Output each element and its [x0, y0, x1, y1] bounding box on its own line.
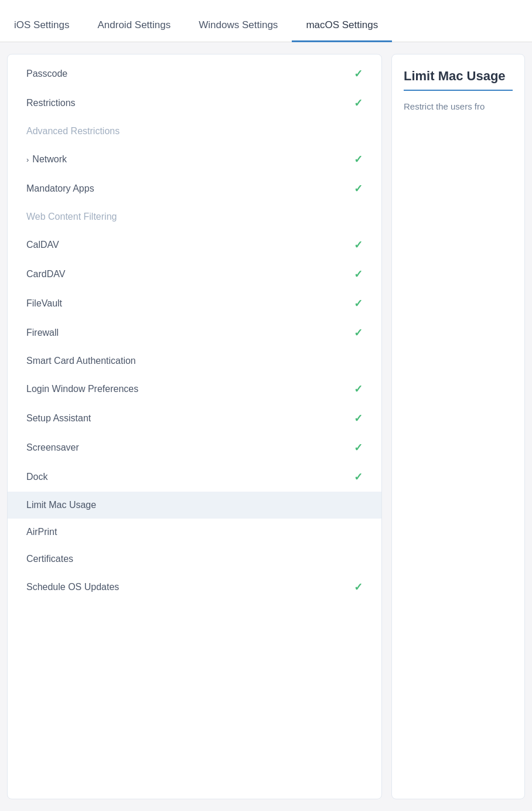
tab-android-settings[interactable]: Android Settings — [84, 10, 185, 42]
menu-item-label: Mandatory Apps — [26, 183, 94, 194]
check-icon: ✓ — [354, 297, 363, 310]
menu-item-web-content-filtering[interactable]: Web Content Filtering — [8, 203, 381, 230]
menu-item-label: ›Network — [26, 154, 67, 165]
menu-item-passcode[interactable]: Passcode✓ — [8, 59, 381, 88]
menu-item-smart-card-authentication[interactable]: Smart Card Authentication — [8, 347, 381, 374]
menu-item-airprint[interactable]: AirPrint — [8, 519, 381, 546]
menu-item-mandatory-apps[interactable]: Mandatory Apps✓ — [8, 174, 381, 203]
menu-item-label: CardDAV — [26, 269, 65, 280]
menu-item-label: AirPrint — [26, 527, 57, 537]
tab-bar: iOS SettingsAndroid SettingsWindows Sett… — [0, 0, 532, 42]
menu-item-label: Limit Mac Usage — [26, 500, 96, 510]
menu-item-certificates[interactable]: Certificates — [8, 546, 381, 573]
menu-item-advanced-restrictions[interactable]: Advanced Restrictions — [8, 118, 381, 145]
right-panel: Limit Mac Usage Restrict the users fro — [391, 54, 525, 799]
menu-item-login-window-preferences[interactable]: Login Window Preferences✓ — [8, 374, 381, 404]
left-panel: Passcode✓Restrictions✓Advanced Restricti… — [7, 54, 382, 799]
menu-item-firewall[interactable]: Firewall✓ — [8, 318, 381, 347]
menu-item-schedule-os-updates[interactable]: Schedule OS Updates✓ — [8, 573, 381, 602]
menu-item-label: Screensaver — [26, 442, 79, 453]
menu-item-restrictions[interactable]: Restrictions✓ — [8, 88, 381, 118]
menu-item-limit-mac-usage[interactable]: Limit Mac Usage — [8, 492, 381, 519]
menu-item-label: CalDAV — [26, 240, 59, 250]
menu-item-label: Certificates — [26, 554, 73, 564]
menu-item-label: FileVault — [26, 298, 62, 309]
main-content: Passcode✓Restrictions✓Advanced Restricti… — [0, 42, 532, 811]
check-icon: ✓ — [354, 238, 363, 251]
check-icon: ✓ — [354, 383, 363, 396]
check-icon: ✓ — [354, 471, 363, 483]
tab-windows-settings[interactable]: Windows Settings — [185, 10, 292, 42]
menu-item-label: Smart Card Authentication — [26, 356, 136, 366]
menu-item-carddav[interactable]: CardDAV✓ — [8, 260, 381, 289]
menu-item-label: Schedule OS Updates — [26, 582, 119, 592]
menu-item-screensaver[interactable]: Screensaver✓ — [8, 433, 381, 462]
menu-item-label: Advanced Restrictions — [26, 126, 120, 137]
tab-ios-settings[interactable]: iOS Settings — [0, 10, 84, 42]
menu-item-dock[interactable]: Dock✓ — [8, 462, 381, 492]
menu-item-label: Login Window Preferences — [26, 384, 138, 394]
menu-item-label: Setup Assistant — [26, 413, 91, 424]
menu-item-caldav[interactable]: CalDAV✓ — [8, 230, 381, 260]
menu-item-label: Dock — [26, 472, 47, 482]
check-icon: ✓ — [354, 412, 363, 425]
menu-item-network[interactable]: ›Network✓ — [8, 145, 381, 174]
menu-item-label: Web Content Filtering — [26, 212, 117, 222]
right-panel-desc: Restrict the users fro — [404, 100, 513, 114]
right-panel-title: Limit Mac Usage — [404, 69, 513, 91]
tab-macos-settings[interactable]: macOS Settings — [292, 10, 392, 42]
menu-item-label: Passcode — [26, 69, 67, 79]
check-icon: ✓ — [354, 326, 363, 339]
menu-item-label: Firewall — [26, 328, 59, 338]
check-icon: ✓ — [354, 581, 363, 594]
check-icon: ✓ — [354, 97, 363, 110]
menu-item-label: Restrictions — [26, 98, 76, 108]
check-icon: ✓ — [354, 182, 363, 195]
check-icon: ✓ — [354, 441, 363, 454]
menu-item-filevault[interactable]: FileVault✓ — [8, 289, 381, 318]
menu-item-setup-assistant[interactable]: Setup Assistant✓ — [8, 404, 381, 433]
check-icon: ✓ — [354, 153, 363, 166]
check-icon: ✓ — [354, 268, 363, 281]
check-icon: ✓ — [354, 67, 363, 80]
chevron-right-icon: › — [26, 155, 29, 164]
